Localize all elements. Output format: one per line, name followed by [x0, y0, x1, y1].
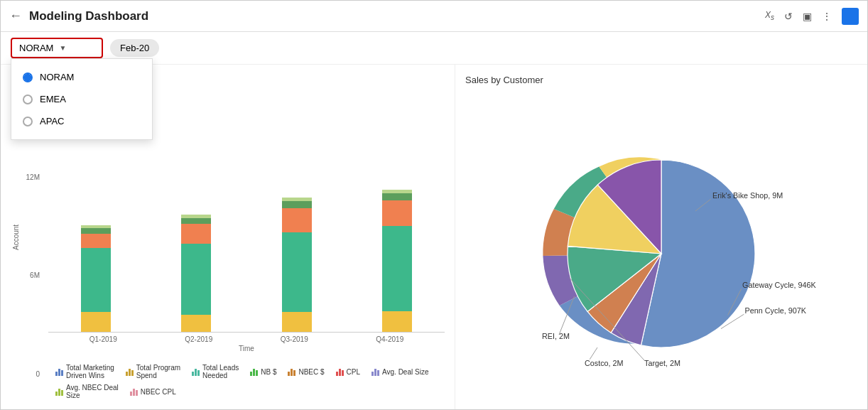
bar-seg-q2-yellow — [181, 315, 211, 332]
bar-seg-q1-darkgreen — [81, 228, 111, 234]
legend-icon-spend — [126, 367, 134, 376]
legend-icon-nbec-cpl — [130, 387, 138, 396]
date-filter-button[interactable]: Feb-20 — [110, 39, 159, 57]
sales-chart-title: Sales by Customer — [465, 75, 857, 85]
option-noram-label: NORAM — [40, 72, 74, 82]
bar-stack-q1 — [81, 190, 111, 332]
bar-seg-q2-darkgreen — [181, 218, 211, 224]
option-noram[interactable]: NORAM — [11, 66, 152, 88]
page-title: Modeling Dashboard — [29, 9, 148, 23]
bar-seg-q1-yellow — [81, 312, 111, 332]
header-right: Xs ↺ ▣ ⋮ — [765, 8, 859, 25]
legend-label-avg-nbec: Avg. NBEC DealSize — [66, 384, 119, 399]
label-penn: Penn Cycle, 907K — [745, 306, 807, 315]
bar-seg-q4-darkgreen — [382, 193, 412, 200]
legend-nb: NB $ — [250, 364, 276, 379]
header-left: ← Modeling Dashboard — [9, 9, 148, 23]
x-label-q1: Q1-2019 — [89, 335, 117, 343]
bar-seg-q3-darkgreen — [282, 201, 312, 208]
legend-label-avg-deal: Avg. Deal Size — [382, 368, 428, 376]
y-label-0: 0 — [36, 370, 40, 378]
legend-total-marketing: Total MarketingDriven Wins — [55, 364, 114, 379]
x-label-q2: Q2-2019 — [185, 335, 212, 343]
region-dropdown-menu: NORAM EMEA APAC — [11, 58, 153, 140]
legend-cpl: CPL — [336, 364, 360, 379]
legend-program-spend: Total ProgramSpend — [126, 364, 180, 379]
back-icon[interactable]: ← — [9, 9, 22, 23]
pie-chart-svg: Erik's Bike Shop, 9M Gateway Cycle, 946K… — [491, 117, 832, 373]
option-emea[interactable]: EMEA — [11, 88, 152, 110]
bar-group-q3 — [256, 190, 337, 332]
legend-icon-nbec — [288, 367, 295, 376]
sub-header: NORAM ▼ NORAM EMEA APAC Feb-20 — [1, 32, 867, 65]
legend-label-leads: Total LeadsNeeded — [202, 364, 239, 379]
legend-icon-avg-nbec — [55, 387, 63, 396]
bar-group-q1 — [55, 190, 136, 332]
dropdown-selected-label: NORAM — [19, 43, 53, 53]
chart-legend: Total MarketingDriven Wins Total Program… — [48, 358, 445, 399]
region-dropdown[interactable]: NORAM ▼ — [11, 38, 103, 58]
legend-avg-nbec: Avg. NBEC DealSize — [55, 384, 119, 399]
legend-label-nb: NB $ — [261, 368, 276, 376]
bar-stack-q2 — [181, 190, 211, 332]
user-avatar[interactable] — [842, 8, 859, 25]
bar-stack-q3 — [282, 190, 312, 332]
label-eriks: Erik's Bike Shop, 9M — [712, 191, 783, 200]
x-axis: Q1-2019 Q2-2019 Q3-2019 Q4-2019 — [48, 333, 445, 343]
bar-seg-q1-green — [81, 248, 111, 312]
bar-seg-q2-orange — [181, 224, 211, 244]
legend-nbec: NBEC $ — [288, 364, 324, 379]
more-icon[interactable]: ⋮ — [822, 11, 832, 22]
legend-icon-cpl — [336, 367, 344, 376]
bar-seg-q3-green — [282, 232, 312, 312]
bar-group-q2 — [156, 190, 237, 332]
radio-apac — [23, 117, 33, 126]
app-container: ← Modeling Dashboard Xs ↺ ▣ ⋮ NORAM ▼ NO… — [0, 0, 868, 410]
legend-total-leads: Total LeadsNeeded — [192, 364, 239, 379]
legend-label-nbec-cpl: NBEC CPL — [141, 388, 176, 396]
pie-chart-area: Erik's Bike Shop, 9M Gateway Cycle, 946K… — [465, 91, 857, 399]
bar-stack-q4 — [382, 190, 412, 332]
label-gateway: Gateway Cycle, 946K — [742, 281, 817, 289]
xs-icon[interactable]: Xs — [765, 10, 774, 21]
bar-seg-q1-orange — [81, 234, 111, 248]
legend-label-marketing: Total MarketingDriven Wins — [66, 364, 114, 379]
region-dropdown-container: NORAM ▼ NORAM EMEA APAC — [11, 38, 103, 58]
x-label-q3: Q3-2019 — [281, 335, 308, 343]
radio-noram — [23, 72, 33, 82]
bar-seg-q3-yellow — [282, 312, 312, 332]
legend-icon-avg-deal — [371, 367, 379, 376]
bar-group-q4 — [357, 190, 438, 332]
y-label-12m: 12M — [26, 173, 40, 181]
bar-seg-q4-orange — [382, 200, 412, 226]
x-axis-title: Time — [48, 343, 445, 352]
legend-icon-marketing — [55, 367, 63, 376]
label-rei: REI, 2M — [542, 332, 570, 340]
legend-nbec-cpl: NBEC CPL — [130, 384, 176, 399]
option-emea-label: EMEA — [40, 94, 66, 104]
bar-seg-q4-green — [382, 226, 412, 311]
radio-emea — [23, 95, 33, 104]
option-apac-label: APAC — [40, 116, 64, 126]
bar-seg-q2-green — [181, 244, 211, 315]
clone-icon[interactable]: ▣ — [803, 11, 812, 22]
pie-slices-group — [568, 160, 755, 347]
bar-seg-q3-orange — [282, 208, 312, 232]
legend-avg-deal: Avg. Deal Size — [371, 364, 428, 379]
legend-icon-leads — [192, 367, 200, 376]
y-label-6m: 6M — [30, 271, 40, 279]
pie-wrapper: Erik's Bike Shop, 9M Gateway Cycle, 946K… — [465, 91, 857, 399]
legend-icon-nb — [250, 367, 258, 376]
label-target: Target, 2M — [644, 359, 680, 367]
dropdown-arrow-icon: ▼ — [59, 44, 66, 52]
right-panel: Sales by Customer — [455, 65, 867, 409]
header: ← Modeling Dashboard Xs ↺ ▣ ⋮ — [1, 1, 867, 32]
label-line-costco — [590, 347, 597, 360]
refresh-icon[interactable]: ↺ — [784, 11, 793, 22]
bar-seg-q4-yellow — [382, 311, 412, 332]
legend-label-nbec: NBEC $ — [298, 368, 324, 376]
option-apac[interactable]: APAC — [11, 110, 152, 132]
legend-label-spend: Total ProgramSpend — [136, 364, 180, 379]
legend-label-cpl: CPL — [347, 368, 360, 376]
label-costco: Costco, 2M — [585, 359, 624, 367]
